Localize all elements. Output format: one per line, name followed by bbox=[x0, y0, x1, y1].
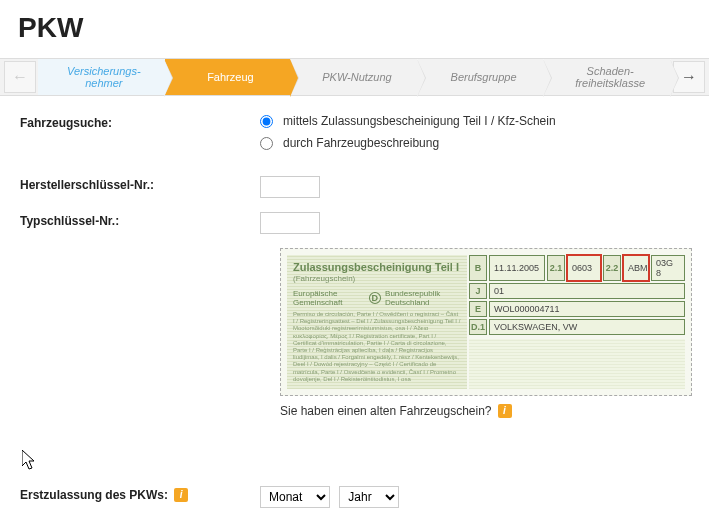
cert-de: Bundesrepublik Deutschland bbox=[385, 289, 461, 307]
wizard-step-label: PKW-Nutzung bbox=[322, 71, 392, 83]
wizard-step-label: Berufsgruppe bbox=[451, 71, 517, 83]
cert-eu: Europäische Gemeinschaft bbox=[293, 289, 365, 307]
cert-j-value: 01 bbox=[489, 283, 685, 299]
cert-e-label: E bbox=[469, 301, 487, 317]
cert-b-label: B bbox=[469, 255, 487, 281]
cert-title: Zulassungsbescheinigung Teil I bbox=[293, 261, 461, 273]
cert-tsn1-value: ABM bbox=[623, 255, 649, 281]
radio-option-zulassung[interactable]: mittels Zulassungsbescheinigung Teil I /… bbox=[260, 114, 689, 128]
cert-d1-label: D.1 bbox=[469, 319, 487, 335]
wizard-step-schadenfreiheitsklasse[interactable]: Schaden- freiheitsklasse bbox=[544, 59, 671, 95]
radio-option-beschreibung[interactable]: durch Fahrzeugbeschreibung bbox=[260, 136, 689, 150]
fahrzeugsuche-label: Fahrzeugsuche: bbox=[20, 114, 260, 130]
page-title: PKW bbox=[18, 12, 709, 44]
cert-d-badge: D bbox=[369, 292, 381, 304]
radio-label: durch Fahrzeugbeschreibung bbox=[283, 136, 439, 150]
radio-beschreibung[interactable] bbox=[260, 137, 273, 150]
cert-e-value: WOL000004711 bbox=[489, 301, 685, 317]
hsn-label: Herstellerschlüssel-Nr.: bbox=[20, 176, 260, 192]
certificate-illustration: Zulassungsbescheinigung Teil I (Fahrzeug… bbox=[280, 248, 692, 396]
wizard-prev-button: ← bbox=[4, 61, 36, 93]
wizard-step-pkw-nutzung[interactable]: PKW-Nutzung bbox=[291, 59, 418, 95]
erstzulassung-month-select[interactable]: Monat bbox=[260, 486, 330, 508]
wizard-step-berufsgruppe[interactable]: Berufsgruppe bbox=[418, 59, 545, 95]
cert-d1-value: VOLKSWAGEN, VW bbox=[489, 319, 685, 335]
cert-b-date: 11.11.2005 bbox=[489, 255, 545, 281]
cert-j-label: J bbox=[469, 283, 487, 299]
cert-subtitle: (Fahrzeugschein) bbox=[293, 274, 461, 283]
cert-fine-print: Permiso de circulación, Parte I / Osvědč… bbox=[293, 311, 461, 383]
info-icon[interactable]: i bbox=[498, 404, 512, 418]
cert-22-label: 2.2 bbox=[603, 255, 621, 281]
hsn-input[interactable] bbox=[260, 176, 320, 198]
wizard-nav: ← Versicherungs- nehmer Fahrzeug PKW-Nut… bbox=[0, 58, 709, 96]
tsn-label: Typschlüssel-Nr.: bbox=[20, 212, 260, 228]
old-cert-help-text: Sie haben einen alten Fahrzeugschein? bbox=[280, 404, 492, 418]
cert-21-label: 2.1 bbox=[547, 255, 565, 281]
wizard-step-label: Fahrzeug bbox=[207, 71, 253, 83]
info-icon[interactable]: i bbox=[174, 488, 188, 502]
wizard-step-versicherungsnehmer[interactable]: Versicherungs- nehmer bbox=[38, 59, 165, 95]
radio-label: mittels Zulassungsbescheinigung Teil I /… bbox=[283, 114, 556, 128]
cert-tsn2-value: 03G 8 bbox=[651, 255, 685, 281]
tsn-input[interactable] bbox=[260, 212, 320, 234]
radio-zulassung[interactable] bbox=[260, 115, 273, 128]
erstzulassung-year-select[interactable]: Jahr bbox=[339, 486, 399, 508]
wizard-step-label: Schaden- freiheitsklasse bbox=[575, 65, 645, 89]
wizard-step-label: Versicherungs- nehmer bbox=[67, 65, 141, 89]
erstzulassung-label: Erstzulassung des PKWs: bbox=[20, 488, 168, 502]
cert-hsn-value: 0603 bbox=[567, 255, 601, 281]
wizard-step-fahrzeug[interactable]: Fahrzeug bbox=[165, 59, 292, 95]
